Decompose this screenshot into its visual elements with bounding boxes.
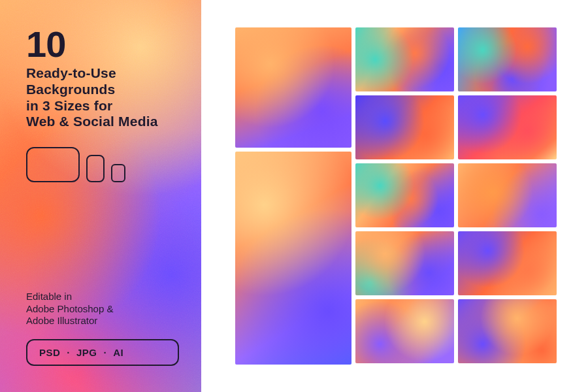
editable-note: Editable in Adobe Photoshop & Adobe Illu… <box>26 291 179 327</box>
hero-inner: 10 Ready-to-Use Backgrounds in 3 Sizes f… <box>0 0 201 392</box>
thumb-3 <box>355 95 454 159</box>
tablet-icon <box>86 155 105 182</box>
hero-headline: Ready-to-Use Backgrounds in 3 Sizes for … <box>26 65 179 130</box>
device-icons <box>26 147 179 182</box>
thumb-portrait-2 <box>235 152 351 365</box>
gallery-col-portrait <box>235 27 351 365</box>
format-ai: AI <box>113 347 123 358</box>
thumb-5 <box>355 163 454 227</box>
formats-pill: PSD · JPG · AI <box>26 339 179 366</box>
editable-line1: Editable in <box>26 291 72 302</box>
hero-headline-line4: Web & Social Media <box>26 114 158 129</box>
thumb-portrait-1 <box>235 27 351 148</box>
thumb-9 <box>355 299 454 363</box>
format-psd: PSD <box>39 347 60 358</box>
thumb-7 <box>355 231 454 295</box>
phone-icon <box>111 164 125 182</box>
desktop-icon <box>26 147 80 182</box>
thumb-4 <box>458 95 557 159</box>
hero-headline-line3: in 3 Sizes for <box>26 98 112 113</box>
hero-headline-line2: Backgrounds <box>26 82 115 97</box>
thumb-1 <box>355 27 454 91</box>
hero-count: 10 <box>26 26 179 63</box>
format-jpg: JPG <box>76 347 97 358</box>
thumb-6 <box>458 163 557 227</box>
gallery-grid <box>355 27 557 365</box>
format-sep-2: · <box>104 347 107 358</box>
spacer <box>26 182 179 291</box>
gallery <box>201 0 588 392</box>
page: 10 Ready-to-Use Backgrounds in 3 Sizes f… <box>0 0 588 392</box>
hero-panel: 10 Ready-to-Use Backgrounds in 3 Sizes f… <box>0 0 201 392</box>
editable-line2: Adobe Photoshop & <box>26 303 113 314</box>
format-sep-1: · <box>67 347 70 358</box>
thumb-2 <box>458 27 557 91</box>
hero-headline-line1: Ready-to-Use <box>26 65 116 80</box>
editable-line3: Adobe Illustrator <box>26 315 97 326</box>
thumb-10 <box>458 299 557 363</box>
thumb-8 <box>458 231 557 295</box>
